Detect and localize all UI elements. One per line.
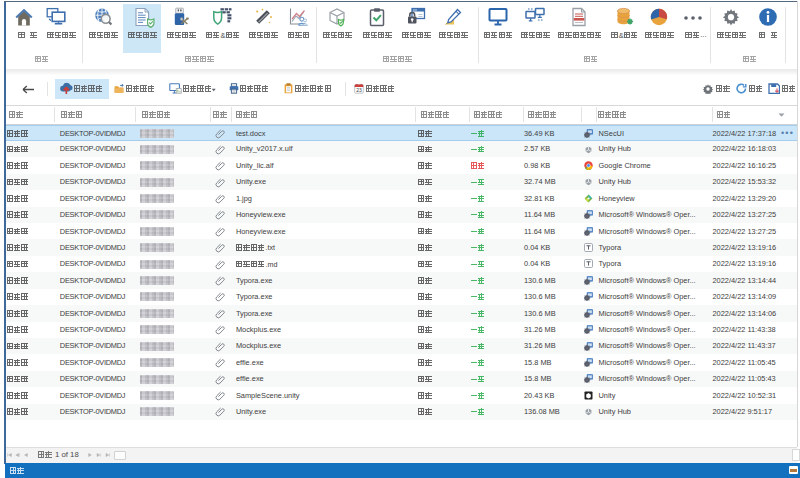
svg-text:23: 23 — [356, 87, 362, 93]
